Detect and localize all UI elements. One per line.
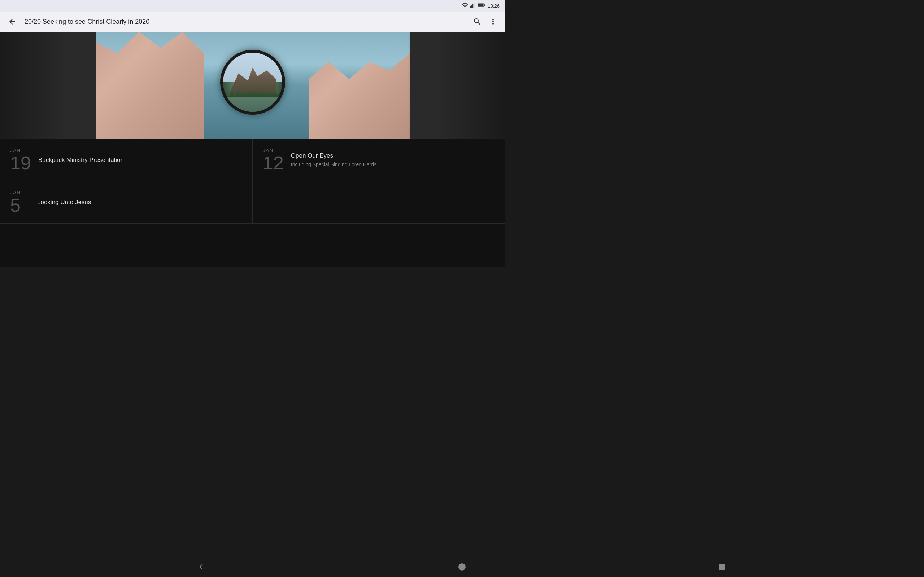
- date-day: 19: [10, 154, 31, 172]
- date-month: JAN: [10, 190, 21, 195]
- hero-dark-left: [0, 32, 97, 139]
- content-info: Open Our Eyes Including Special Singing …: [291, 152, 495, 168]
- svg-rect-4: [475, 3, 475, 8]
- svg-rect-7: [478, 4, 484, 6]
- content-title: Open Our Eyes: [291, 152, 495, 160]
- list-item[interactable]: JAN 19 Backpack Ministry Presentation: [0, 139, 253, 181]
- status-icons: 10:26: [462, 3, 499, 9]
- date-month: JAN: [263, 148, 273, 153]
- date-month: JAN: [10, 148, 21, 153]
- content-title: Looking Unto Jesus: [37, 198, 242, 206]
- more-options-button[interactable]: [486, 15, 499, 28]
- signal-icon: [470, 3, 475, 9]
- content-subtitle: Including Special Singing Loren Harris: [291, 161, 495, 168]
- svg-rect-1: [472, 5, 472, 8]
- back-button[interactable]: [6, 15, 19, 28]
- date-block: JAN 19: [10, 148, 31, 172]
- app-bar-title: 20/20 Seeking to see Christ Clearly in 2…: [24, 18, 465, 26]
- svg-rect-2: [472, 4, 473, 8]
- date-day: 5: [10, 196, 21, 214]
- svg-rect-6: [485, 4, 485, 6]
- list-item[interactable]: JAN 5 Looking Unto Jesus: [0, 181, 253, 224]
- status-time: 10:26: [488, 3, 499, 9]
- empty-cell: [253, 181, 505, 224]
- svg-rect-3: [473, 3, 474, 8]
- battery-icon: [478, 3, 485, 9]
- status-bar: 10:26: [0, 0, 505, 11]
- content-info: Looking Unto Jesus: [37, 198, 242, 206]
- content-info: Backpack Ministry Presentation: [38, 156, 242, 164]
- hero-image-inner: [96, 32, 410, 139]
- hero-image: [0, 32, 505, 139]
- date-block: JAN 5: [10, 190, 30, 214]
- content-title: Backpack Ministry Presentation: [38, 156, 242, 164]
- action-icons: [471, 15, 499, 28]
- hand-left: [96, 32, 204, 139]
- lens-circle: [220, 50, 285, 115]
- list-item[interactable]: JAN 12 Open Our Eyes Including Special S…: [253, 139, 505, 181]
- app-bar: 20/20 Seeking to see Christ Clearly in 2…: [0, 11, 505, 32]
- lens-water: [223, 97, 282, 112]
- wifi-icon: [462, 3, 468, 9]
- hand-right: [309, 53, 410, 139]
- svg-rect-0: [470, 6, 471, 8]
- hero-scene: [96, 32, 410, 139]
- hero-dark-right: [408, 32, 505, 139]
- date-day: 12: [263, 154, 284, 172]
- content-grid: JAN 19 Backpack Ministry Presentation JA…: [0, 139, 505, 224]
- bottom-area: [0, 224, 505, 267]
- date-block: JAN 12: [263, 148, 284, 172]
- search-button[interactable]: [471, 15, 484, 28]
